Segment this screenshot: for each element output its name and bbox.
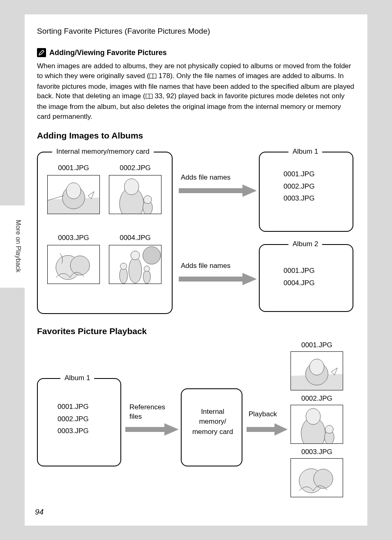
svg-point-15 <box>120 268 128 284</box>
album1-label: Album 1 <box>288 148 322 156</box>
source-label: Internal memory/memory card <box>52 148 154 156</box>
thumbnail <box>47 245 100 284</box>
album2-files: 0001.JPG 0004.JPG <box>284 265 315 289</box>
svg-point-14 <box>131 251 140 260</box>
playback-label: Playback <box>249 410 277 418</box>
arrow-label: Adds file names <box>181 173 231 182</box>
playback-album-label: Album 1 <box>60 374 94 382</box>
references-label: References files <box>129 403 171 422</box>
thumbnail <box>291 458 343 497</box>
album1-files: 0001.JPG 0002.JPG 0003.JPG <box>284 168 315 205</box>
svg-rect-20 <box>179 277 244 282</box>
svg-point-30 <box>325 425 334 434</box>
arrow-label: Adds file names <box>181 262 231 270</box>
diagram-playback: Album 1 0001.JPG 0002.JPG 0003.JPG Refer… <box>37 341 355 510</box>
section1-title: Adding Images to Albums <box>37 131 355 141</box>
svg-point-17 <box>143 270 151 283</box>
svg-point-25 <box>309 359 324 375</box>
diagram-adding: Internal memory/memory card 0001.JPG 000… <box>37 145 355 322</box>
page-header: Sorting Favorite Pictures (Favorite Pict… <box>37 27 355 36</box>
memory-label: Internal memory/ memory card <box>189 407 236 437</box>
svg-point-2 <box>66 182 81 198</box>
out-file-label: 0003.JPG <box>291 448 343 456</box>
svg-rect-22 <box>247 427 276 432</box>
section2-title: Favorites Picture Playback <box>37 326 355 336</box>
file-label: 0004.JPG <box>109 234 161 242</box>
pencil-icon <box>37 48 46 57</box>
out-file-label: 0002.JPG <box>291 395 343 403</box>
sidebar-label: More on Playback <box>14 220 22 272</box>
thumbnail <box>109 175 161 214</box>
svg-point-13 <box>129 257 141 283</box>
page-number: 94 <box>35 508 44 517</box>
album2-label: Album 2 <box>288 240 322 248</box>
file-label: 0003.JPG <box>47 234 100 242</box>
thumbnail <box>291 351 343 390</box>
thumbnail <box>291 405 343 444</box>
svg-point-16 <box>120 263 127 270</box>
arrow-icon <box>179 273 257 287</box>
svg-rect-19 <box>179 188 244 193</box>
arrow-icon <box>125 423 179 437</box>
svg-point-7 <box>144 196 152 204</box>
playback-album-files: 0001.JPG 0002.JPG 0003.JPG <box>58 401 89 437</box>
svg-point-33 <box>314 469 333 488</box>
arrow-icon <box>247 423 288 437</box>
svg-rect-21 <box>125 427 166 432</box>
svg-point-12 <box>143 247 161 264</box>
arrow-icon <box>179 185 257 198</box>
svg-point-5 <box>125 179 139 195</box>
page: Sorting Favorite Pictures (Favorite Pict… <box>25 14 367 526</box>
note-heading: Adding/Viewing Favorite Pictures <box>37 48 355 57</box>
svg-point-10 <box>70 256 90 275</box>
note-title: Adding/Viewing Favorite Pictures <box>49 48 167 57</box>
thumbnail <box>109 245 161 284</box>
svg-point-18 <box>144 266 150 272</box>
out-file-label: 0001.JPG <box>291 341 343 349</box>
thumbnail <box>47 175 100 214</box>
file-label: 0002.JPG <box>109 164 161 172</box>
svg-point-28 <box>306 408 321 425</box>
book-icon <box>149 72 157 82</box>
book-icon <box>145 92 153 102</box>
note-body: When images are added to albums, they ar… <box>37 61 355 122</box>
file-label: 0001.JPG <box>47 164 100 172</box>
